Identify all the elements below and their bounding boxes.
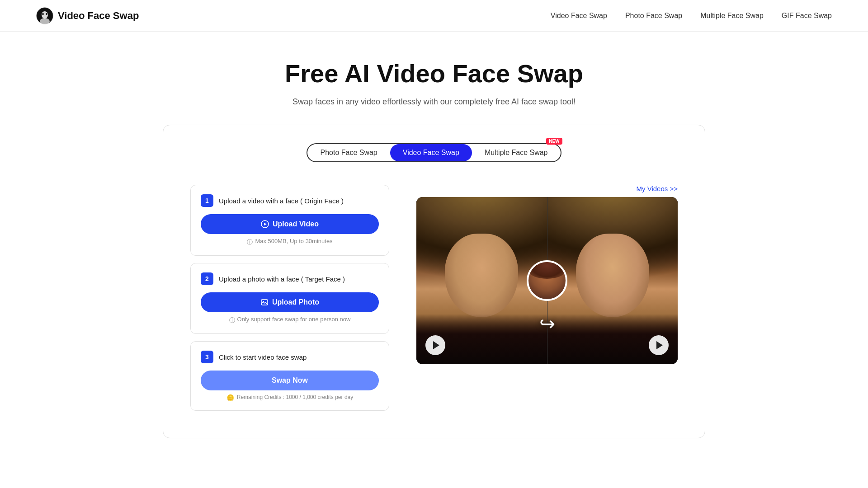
play-button-right[interactable] <box>649 335 669 355</box>
step-1-header: 1 Upload a video with a face ( Origin Fa… <box>201 194 379 207</box>
swap-arrow: ↪ <box>539 313 555 335</box>
step-2-header: 2 Upload a photo with a face ( Target Fa… <box>201 272 379 285</box>
nav-photo-face-swap[interactable]: Photo Face Swap <box>625 12 682 20</box>
step-3-card: 3 Click to start video face swap Swap No… <box>190 341 389 411</box>
preview-inner: ↪ <box>416 197 678 364</box>
svg-point-1 <box>42 11 48 19</box>
step-3-label: Click to start video face swap <box>219 353 307 361</box>
logo-icon <box>36 7 53 24</box>
credits-icon: 🪙 <box>226 394 234 401</box>
logo-text: Video Face Swap <box>58 10 139 22</box>
swap-now-button[interactable]: Swap Now <box>201 371 379 390</box>
tab-photo-face-swap[interactable]: Photo Face Swap <box>307 144 390 161</box>
hero-section: Free AI Video Face Swap Swap faces in an… <box>0 32 868 125</box>
step-2-card: 2 Upload a photo with a face ( Target Fa… <box>190 263 389 334</box>
main-nav: Video Face Swap Photo Face Swap Multiple… <box>551 12 832 20</box>
hero-subtitle: Swap faces in any video effortlessly wit… <box>9 97 859 107</box>
face-circle-overlay <box>527 260 567 301</box>
hero-title: Free AI Video Face Swap <box>9 59 859 88</box>
upload-photo-button[interactable]: Upload Photo <box>201 292 379 312</box>
preview-wrapper: ↪ <box>416 197 678 364</box>
upload-video-button[interactable]: Upload Video <box>201 214 379 234</box>
preview-column: My Videos >> <box>416 185 678 364</box>
new-badge: NEW <box>546 138 562 145</box>
two-col-layout: 1 Upload a video with a face ( Origin Fa… <box>190 185 678 411</box>
tabs-pill: Photo Face Swap Video Face Swap Multiple… <box>307 143 561 162</box>
nav-video-face-swap[interactable]: Video Face Swap <box>551 12 607 20</box>
step-1-hint: ⓘ Max 500MB, Up to 30minutes <box>201 238 379 246</box>
step-2-num: 2 <box>201 272 213 285</box>
svg-marker-6 <box>264 223 267 225</box>
play-triangle-right <box>656 341 663 349</box>
image-icon <box>260 298 269 306</box>
logo[interactable]: Video Face Swap <box>36 7 139 24</box>
play-button-left[interactable] <box>425 335 445 355</box>
credits-hint: 🪙 Remaining Credits : 1000 / 1,000 credi… <box>201 394 379 401</box>
svg-point-4 <box>46 13 47 15</box>
svg-point-3 <box>42 13 44 15</box>
nav-gif-face-swap[interactable]: GIF Face Swap <box>782 12 832 20</box>
tabs-row: Photo Face Swap Video Face Swap Multiple… <box>190 143 678 162</box>
credits-text: Remaining Credits : 1000 / 1,000 credits… <box>237 394 353 400</box>
tab-video-face-swap[interactable]: Video Face Swap <box>390 144 472 161</box>
play-circle-icon <box>261 220 269 228</box>
step-2-hint: ⓘ Only support face swap for one person … <box>201 316 379 324</box>
info-icon: ⓘ <box>247 238 253 246</box>
steps-column: 1 Upload a video with a face ( Origin Fa… <box>190 185 389 411</box>
step-1-card: 1 Upload a video with a face ( Origin Fa… <box>190 185 389 256</box>
tab-multiple-face-swap[interactable]: Multiple Face Swap <box>472 144 561 161</box>
info-icon-2: ⓘ <box>229 316 235 324</box>
svg-point-2 <box>40 18 50 24</box>
step-3-num: 3 <box>201 351 213 363</box>
my-videos-link[interactable]: My Videos >> <box>416 185 678 192</box>
main-container: Photo Face Swap Video Face Swap Multiple… <box>163 125 705 438</box>
tab-multiple-face-swap-wrapper: Multiple Face Swap NEW <box>472 144 561 161</box>
step-3-header: 3 Click to start video face swap <box>201 351 379 363</box>
site-header: Video Face Swap Video Face Swap Photo Fa… <box>0 0 868 32</box>
play-triangle-left <box>433 341 439 349</box>
nav-multiple-face-swap[interactable]: Multiple Face Swap <box>700 12 764 20</box>
step-2-label: Upload a photo with a face ( Target Face… <box>219 275 345 283</box>
step-1-label: Upload a video with a face ( Origin Face… <box>219 197 344 205</box>
step-1-num: 1 <box>201 194 213 207</box>
